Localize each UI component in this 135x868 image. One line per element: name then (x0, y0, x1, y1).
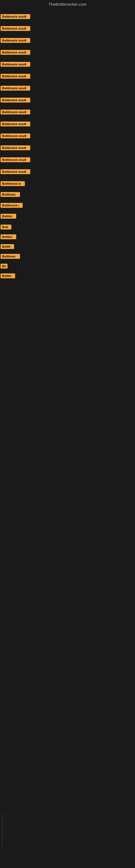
bottleneck-badge-3[interactable]: Bottleneck result (1, 38, 30, 43)
bottleneck-badge-11[interactable]: Bottleneck result (1, 133, 30, 138)
bottleneck-badge-18[interactable]: Bottlen (1, 214, 16, 219)
bottleneck-item-17: Bottleneck r (1, 203, 135, 208)
bottleneck-item-19: Bott (1, 224, 135, 230)
bottleneck-badge-7[interactable]: Bottleneck result (1, 86, 30, 91)
site-title: TheBottlenecker.com (0, 0, 135, 8)
bottleneck-item-13: Bottleneck result (1, 157, 135, 163)
bottleneck-item-18: Bottlen (1, 213, 135, 219)
bottleneck-badge-22[interactable]: Bottlenec (1, 254, 20, 259)
bottleneck-item-1: Bottleneck result (1, 13, 135, 20)
bottleneck-badge-17[interactable]: Bottleneck r (1, 203, 23, 208)
bottleneck-item-10: Bottleneck result (1, 121, 135, 127)
bottleneck-badge-4[interactable]: Bottleneck result (1, 50, 30, 55)
bottleneck-item-21: Bottle (1, 244, 135, 250)
bottleneck-item-3: Bottleneck result (1, 37, 135, 43)
bottleneck-badge-20[interactable]: Bottlen (1, 235, 16, 239)
bottleneck-badge-8[interactable]: Bottleneck result (1, 98, 30, 102)
bottleneck-item-15: Bottleneck re (1, 181, 135, 187)
bottleneck-badge-2[interactable]: Bottleneck result (1, 26, 30, 31)
bottleneck-badge-19[interactable]: Bott (1, 225, 11, 229)
bottleneck-item-7: Bottleneck result (1, 85, 135, 91)
bottleneck-badge-24[interactable]: Bottler (1, 273, 15, 278)
bottleneck-item-24: Bottler (1, 273, 135, 279)
bottleneck-badge-5[interactable]: Bottleneck result (1, 62, 30, 67)
bottleneck-item-14: Bottleneck result (1, 169, 135, 175)
bottleneck-item-22: Bottlenec (1, 253, 135, 259)
bottleneck-item-12: Bottleneck result (1, 145, 135, 151)
bottleneck-badge-14[interactable]: Bottleneck result (1, 169, 30, 174)
bottleneck-item-20: Bottlen (1, 234, 135, 240)
bottleneck-item-5: Bottleneck result (1, 61, 135, 67)
bottleneck-badge-21[interactable]: Bottle (1, 244, 14, 249)
bottleneck-badge-10[interactable]: Bottleneck result (1, 122, 30, 126)
bottleneck-badge-23[interactable]: Bo (1, 264, 8, 269)
vertical-line (2, 814, 2, 846)
bottleneck-item-23: Bo (1, 263, 135, 269)
bottleneck-badge-12[interactable]: Bottleneck result (1, 145, 30, 150)
bottleneck-badge-13[interactable]: Bottleneck result (1, 157, 30, 162)
bottleneck-badge-16[interactable]: Bottlenec (1, 192, 20, 197)
bottleneck-badge-6[interactable]: Bottleneck result (1, 74, 30, 79)
bottleneck-item-9: Bottleneck result (1, 109, 135, 115)
bottleneck-badge-1[interactable]: Bottleneck result (1, 14, 30, 19)
bottleneck-list: Bottleneck resultBottleneck resultBottle… (0, 13, 135, 279)
bottleneck-badge-9[interactable]: Bottleneck result (1, 110, 30, 115)
bottleneck-item-16: Bottlenec (1, 191, 135, 197)
bottleneck-item-2: Bottleneck result (1, 26, 135, 31)
bottleneck-item-11: Bottleneck result (1, 133, 135, 139)
bottleneck-item-8: Bottleneck result (1, 97, 135, 103)
bottleneck-item-6: Bottleneck result (1, 73, 135, 79)
bottleneck-badge-15[interactable]: Bottleneck re (1, 181, 25, 186)
bottleneck-item-4: Bottleneck result (1, 50, 135, 55)
